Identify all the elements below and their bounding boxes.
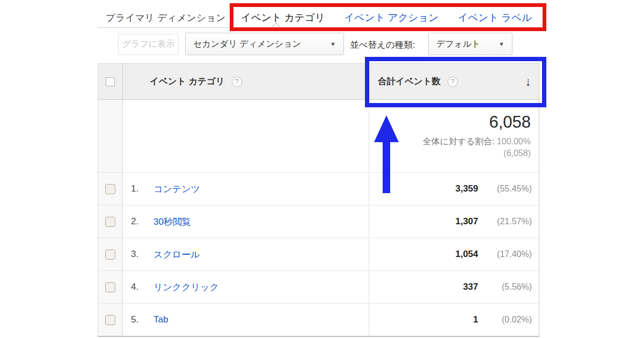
row-index: 5.: [131, 314, 153, 325]
event-count-percent: (21.57%): [478, 217, 532, 226]
metric-header-cell: 合計イベント数 ? ↓: [369, 64, 539, 99]
row-checkbox-cell: [98, 173, 123, 205]
metric-column-header[interactable]: 合計イベント数: [378, 76, 441, 87]
event-count-value: 337: [463, 282, 478, 292]
row-checkbox-cell: [98, 271, 123, 303]
row-checkbox-cell: [98, 205, 123, 238]
event-count-value: 3,359: [455, 183, 478, 194]
row-index: 2.: [131, 216, 153, 227]
dimension-header-cell: イベント カテゴリ ?: [123, 64, 369, 99]
secondary-dimension-dropdown[interactable]: セカンダリ ディメンション ▼: [185, 33, 344, 55]
row-checkbox[interactable]: [105, 282, 115, 292]
event-category-link[interactable]: リンククリック: [153, 281, 219, 293]
primary-dimension-label: プライマリ ディメンション: [106, 11, 226, 24]
row-dimension-cell: 4. リンククリック: [123, 271, 369, 303]
dimension-column-header[interactable]: イベント カテゴリ: [150, 76, 225, 87]
dimension-tabs: イベント カテゴリ イベント アクション イベント ラベル: [241, 11, 532, 24]
row-checkbox[interactable]: [105, 217, 115, 227]
table-header-row: イベント カテゴリ ? 合計イベント数 ? ↓: [98, 63, 539, 100]
event-count-percent: (5.56%): [478, 282, 532, 292]
analytics-events-report: プライマリ ディメンション イベント カテゴリ イベント アクション イベント …: [0, 0, 644, 338]
sort-descending-arrow-icon[interactable]: ↓: [525, 75, 532, 89]
event-category-link[interactable]: コンテンツ: [153, 183, 200, 195]
table-row: 3. スクロール 1,054 (17.40%): [98, 238, 539, 271]
row-checkbox[interactable]: [105, 184, 115, 194]
table-row: 5. Tab 1 (0.02%): [98, 304, 539, 337]
row-index: 4.: [131, 282, 153, 292]
row-checkbox[interactable]: [105, 249, 115, 260]
event-count-percent: (0.02%): [478, 315, 532, 325]
sort-type-dropdown-value: デフォルト: [436, 39, 480, 50]
sort-type-dropdown[interactable]: デフォルト ▼: [428, 33, 513, 55]
event-category-link[interactable]: 30秒閲覧: [153, 216, 191, 228]
percent-of-total-line: 全体に対する割合: 100.00%: [423, 136, 531, 148]
row-index: 3.: [131, 249, 153, 260]
row-metric-cell: 337 (5.56%): [369, 271, 539, 303]
row-metric-cell: 1,307 (21.57%): [369, 205, 539, 238]
row-checkbox-cell: [98, 238, 123, 270]
summary-dimension-cell: [123, 100, 369, 172]
event-count-percent: (55.45%): [478, 184, 532, 194]
sort-type-label: 並べ替えの種類:: [350, 39, 415, 51]
tab-event-action[interactable]: イベント アクション: [345, 11, 439, 24]
row-metric-cell: 1 (0.02%): [369, 304, 539, 336]
row-dimension-cell: 1. コンテンツ: [123, 173, 369, 205]
row-index: 1.: [131, 183, 153, 194]
summary-metric-cell: 6,058 全体に対する割合: 100.00% (6,058): [369, 100, 539, 172]
select-all-checkbox[interactable]: [106, 77, 115, 86]
chevron-down-icon: ▼: [330, 41, 336, 47]
event-count-value: 1,054: [455, 249, 478, 260]
help-icon[interactable]: ?: [448, 77, 458, 87]
total-events-paren: (6,058): [503, 148, 531, 159]
tab-underline: [98, 27, 546, 28]
table-row: 1. コンテンツ 3,359 (55.45%): [98, 173, 539, 205]
percent-of-total-value: 100.00%: [497, 137, 531, 146]
event-count-value: 1: [473, 314, 478, 325]
row-dimension-cell: 2. 30秒閲覧: [123, 205, 369, 238]
events-table: イベント カテゴリ ? 合計イベント数 ? ↓ 6,058 全体に対する割合: …: [98, 63, 539, 337]
summary-row: 6,058 全体に対する割合: 100.00% (6,058): [98, 100, 539, 173]
table-row: 4. リンククリック 337 (5.56%): [98, 271, 539, 304]
caret-up-icon: [271, 23, 281, 32]
row-metric-cell: 3,359 (55.45%): [369, 173, 539, 205]
event-count-percent: (17.40%): [478, 249, 532, 259]
help-icon[interactable]: ?: [232, 77, 242, 87]
tab-event-category[interactable]: イベント カテゴリ: [241, 11, 325, 24]
percent-of-total-label: 全体に対する割合:: [423, 137, 495, 146]
secondary-dimension-dropdown-label: セカンダリ ディメンション: [193, 39, 301, 50]
total-events-value: 6,058: [489, 113, 531, 132]
event-category-link[interactable]: スクロール: [153, 248, 200, 261]
row-dimension-cell: 3. スクロール: [123, 238, 369, 270]
event-count-value: 1,307: [455, 216, 478, 227]
event-category-link[interactable]: Tab: [153, 314, 168, 325]
chevron-down-icon: ▼: [499, 41, 504, 47]
tab-event-label[interactable]: イベント ラベル: [458, 11, 532, 24]
row-dimension-cell: 5. Tab: [123, 304, 369, 336]
header-checkbox-cell: [98, 64, 123, 99]
summary-checkbox-cell: [98, 100, 123, 172]
plot-rows-button[interactable]: グラフに表示: [118, 34, 179, 55]
table-row: 2. 30秒閲覧 1,307 (21.57%): [98, 205, 539, 238]
row-checkbox[interactable]: [105, 315, 115, 325]
row-checkbox-cell: [98, 304, 123, 336]
row-metric-cell: 1,054 (17.40%): [369, 238, 539, 270]
